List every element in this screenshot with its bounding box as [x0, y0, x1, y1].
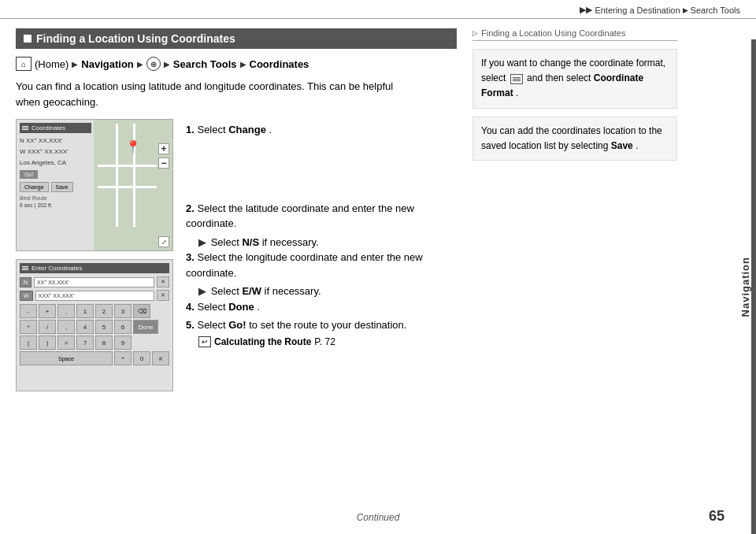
step-5-text: Select — [197, 319, 228, 331]
key-0[interactable]: 0 — [133, 351, 150, 365]
key-7[interactable]: 7 — [76, 336, 94, 350]
key-lparen[interactable]: ( — [20, 336, 37, 350]
screen1-title: Coordinates — [32, 124, 65, 132]
step-1-suffix: . — [269, 124, 272, 135]
key-space[interactable]: Space — [20, 351, 113, 365]
calc-reference: ↩ Calculating the Route P. 72 — [198, 336, 457, 347]
screenshots-col: Coordinates N XX° XX.XXX' W XXX° XX.XXX'… — [16, 119, 173, 391]
longitude-input-row: W XXX° XX.XXX' ✕ — [20, 290, 169, 301]
step-2-sub: ▶ Select N/S if necessary. — [198, 235, 457, 250]
screen2-title-text: Enter Coordinates — [32, 265, 82, 272]
key-star[interactable]: * — [20, 320, 37, 334]
step-2-sub-bold: N/S — [242, 236, 259, 248]
step-4-number: 4. — [186, 301, 195, 313]
nav-path: ⌂ (Home) ▶ Navigation ▶ ⊕ ▶ Search Tools… — [16, 57, 457, 71]
screen1-inner: Coordinates N XX° XX.XXX' W XXX° XX.XXX'… — [17, 120, 172, 250]
box2-bold: Save — [611, 140, 633, 151]
nav-coordinates: Coordinates — [250, 58, 309, 70]
right-heading-icon: ▷ — [472, 29, 478, 37]
expand-button[interactable]: ⤢ — [158, 236, 169, 247]
clear-lat-button[interactable]: ✕ — [157, 276, 169, 287]
east-west-button[interactable]: W — [20, 291, 33, 301]
right-col-heading: ▷ Finding a Location Using Coordinates — [472, 28, 677, 41]
box1-menu-icon — [510, 74, 523, 84]
key-hash[interactable]: # — [152, 351, 169, 365]
change-button[interactable]: Change — [20, 182, 49, 192]
latitude-field[interactable]: XX° XX.XXX' — [34, 277, 154, 287]
key-slash[interactable]: / — [39, 320, 56, 334]
step-4: 4. Select Done . — [186, 299, 457, 315]
screen2-image: Enter Coordinates N XX° XX.XXX' ✕ W XXX°… — [16, 259, 173, 391]
step-1-number: 1. — [186, 124, 195, 135]
key-6[interactable]: 6 — [114, 320, 132, 334]
section-title: Finding a Location Using Coordinates — [36, 32, 235, 45]
key-minus[interactable]: - — [20, 304, 37, 318]
home-icon: ⌂ — [16, 57, 32, 71]
section-heading: Finding a Location Using Coordinates — [16, 28, 457, 49]
main-content: Finding a Location Using Coordinates ⌂ (… — [0, 19, 756, 525]
step-2-sub-suffix: if necessary. — [262, 236, 319, 248]
zoom-in-button[interactable]: + — [158, 143, 169, 154]
continued-label: Continued — [357, 512, 400, 523]
search-icon: ⊕ — [146, 57, 161, 71]
key-comma[interactable]: , — [57, 320, 75, 334]
key-1[interactable]: 1 — [76, 304, 94, 318]
key-rparen[interactable]: ) — [39, 336, 56, 350]
key-9[interactable]: 9 — [114, 336, 132, 350]
step-4-bold: Done — [228, 301, 254, 313]
key-equals[interactable]: = — [57, 336, 75, 350]
nav-arrow2: ▶ — [137, 60, 143, 69]
breadcrumb-arrow2: ▶ — [683, 6, 688, 14]
right-column: ▷ Finding a Location Using Coordinates I… — [472, 28, 677, 517]
step-1: 1. Select Change . — [186, 122, 457, 138]
key-plus[interactable]: + — [39, 304, 56, 318]
step-2-number: 2. — [186, 202, 195, 214]
screen2-inner: Enter Coordinates N XX° XX.XXX' ✕ W XXX°… — [17, 260, 172, 391]
step-5-bold: Go! — [228, 319, 246, 331]
key-done[interactable]: Done — [133, 320, 158, 334]
nav-arrow3: ▶ — [164, 60, 170, 69]
breadcrumb: ▶▶ Entering a Destination ▶ Search Tools — [580, 5, 740, 15]
key-backspace[interactable]: ⌫ — [133, 304, 150, 318]
step-1-text: Select — [197, 124, 228, 135]
step-3-sub: ▶ Select E/W if necessary. — [198, 284, 457, 299]
key-2[interactable]: 2 — [95, 304, 113, 318]
screen1-title-bar: Coordinates — [20, 123, 91, 133]
step-3: 3. Select the longitude coordinate and e… — [186, 250, 457, 280]
key-4[interactable]: 4 — [76, 320, 94, 334]
zoom-out-button[interactable]: − — [158, 158, 169, 169]
clear-lon-button[interactable]: ✕ — [157, 290, 169, 301]
step-4-suffix: . — [257, 301, 260, 313]
step-3-sub-text: Select — [211, 285, 243, 297]
key-5[interactable]: 5 — [95, 320, 113, 334]
key-3[interactable]: 3 — [114, 304, 132, 318]
calc-icon: ↩ — [198, 336, 211, 347]
key-8[interactable]: 8 — [95, 336, 113, 350]
step-2-sub-text: Select — [211, 236, 243, 248]
calc-page: P. 72 — [314, 336, 335, 347]
page-header: ▶▶ Entering a Destination ▶ Search Tools — [0, 0, 756, 19]
key-star2[interactable]: * — [114, 351, 132, 365]
calc-text: Calculating the Route — [214, 336, 311, 347]
nav-search-tools: Search Tools — [173, 58, 237, 70]
step-3-sub-suffix: if necessary. — [265, 285, 321, 297]
kb-row-4: Space * 0 # — [20, 351, 169, 365]
screen2-title-bar: Enter Coordinates — [20, 263, 169, 273]
heading-square-icon — [24, 35, 32, 43]
longitude-field[interactable]: XXX° XX.XXX' — [35, 291, 154, 301]
key-dot[interactable]: . — [57, 304, 75, 318]
go-button[interactable]: Go! — [20, 170, 38, 179]
save-button[interactable]: Save — [51, 182, 73, 192]
screen1-btn-row: Change Save — [20, 182, 91, 192]
tri-bullet-1: ▶ — [198, 236, 206, 248]
nav-home-label: (Home) — [35, 58, 69, 70]
screen1-image: Coordinates N XX° XX.XXX' W XXX° XX.XXX'… — [16, 119, 173, 251]
step-5-number: 5. — [186, 319, 195, 331]
screen1-coord3: Los Angeles, CA — [20, 158, 91, 167]
steps-column: 1. Select Change . 2. Select the latitud… — [186, 119, 457, 391]
north-south-button[interactable]: N — [20, 277, 32, 287]
breadcrumb-search-tools: Search Tools — [691, 6, 740, 15]
breadcrumb-arrow1: ▶▶ — [580, 5, 592, 15]
kb-row-2: * / , 4 5 6 Done — [20, 320, 169, 334]
road-vertical — [116, 124, 118, 227]
